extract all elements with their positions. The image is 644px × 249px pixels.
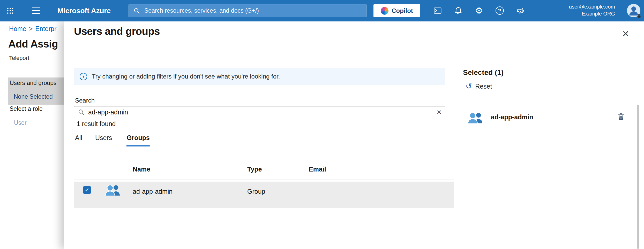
cloud-shell-button[interactable] [431,4,444,17]
trash-icon [617,112,625,121]
panel-title: Users and groups [74,26,160,37]
scrollbar-thumb[interactable] [637,105,639,249]
bell-icon [454,6,462,15]
copilot-label: Copilot [392,7,413,14]
info-banner: i Try changing or adding filters if you … [74,68,445,85]
selected-item-name: ad-app-admin [491,113,533,121]
account-org: Example ORG [569,10,615,17]
copilot-button[interactable]: Copilot [373,4,420,17]
page-subtitle: Teleport [9,55,29,61]
page-title: Add Assig [8,38,58,50]
breadcrumb: Home>Enterpr [9,25,56,33]
waffle-icon [7,7,14,14]
app-launcher-button[interactable] [4,4,17,17]
menu-button[interactable] [29,4,43,17]
panel-search[interactable]: × [74,106,445,118]
column-header-type: Type [247,166,262,173]
role-value-link[interactable]: User [14,119,27,126]
search-icon [78,109,85,115]
group-icon [468,111,484,124]
check-icon: ✓ [85,187,89,193]
gear-icon: ⚙ [475,6,483,15]
lock-icon [637,13,641,18]
breadcrumb-current-link[interactable]: Enterpr [35,25,56,32]
row-name: ad-app-admin [133,188,173,195]
azure-portal: Microsoft Azure Copilot [0,0,644,249]
column-header-name: Name [133,166,150,173]
users-groups-panel: Users and groups × i Try changing or add… [64,21,644,249]
select-role-label: Select a role [10,105,43,112]
clear-icon: × [437,107,441,117]
selected-count-title: Selected (1) [463,68,504,77]
info-banner-text: Try changing or adding filters if you do… [92,73,280,80]
info-icon: i [80,73,87,80]
tab-users[interactable]: Users [95,134,112,142]
help-button[interactable]: ? [493,4,506,17]
notifications-button[interactable] [452,4,465,17]
account-info: user@example.com Example ORG [569,3,615,17]
megaphone-icon [516,6,525,15]
users-groups-field: Users and groups None Selected [8,77,64,105]
account-email: user@example.com [569,3,615,10]
vertical-divider [454,53,454,249]
panel-search-input[interactable] [88,108,433,116]
settings-button[interactable]: ⚙ [473,4,485,17]
search-icon [133,7,140,14]
terminal-icon [433,6,442,15]
copilot-icon [381,7,388,15]
active-tab-indicator [126,145,150,146]
selected-divider-bottom [463,133,636,133]
breadcrumb-home-link[interactable]: Home [9,25,26,32]
search-label: Search [75,97,95,104]
users-groups-label: Users and groups [10,80,57,87]
result-count: 1 result found [77,120,116,128]
row-checkbox[interactable]: ✓ [83,186,91,194]
tab-all[interactable]: All [75,134,82,142]
reset-label: Reset [475,83,492,90]
selected-divider-top [463,106,636,106]
feedback-button[interactable] [514,4,527,17]
table-row[interactable]: ✓ ad-app-admin Group [74,182,454,208]
help-icon: ? [496,6,504,15]
breadcrumb-separator: > [29,25,33,32]
remove-selected-button[interactable] [616,112,626,122]
group-icon [105,184,121,197]
global-search[interactable] [129,4,366,17]
tab-groups[interactable]: Groups [127,134,150,142]
reset-button[interactable]: ↺ Reset [466,82,492,90]
close-button[interactable]: × [619,27,632,40]
panel-divider [74,53,454,53]
undo-icon: ↺ [466,82,472,90]
row-type: Group [247,188,265,195]
close-icon: × [622,27,629,40]
topbar-icon-group: ⚙ ? [431,4,527,17]
users-groups-value-link[interactable]: None Selected [14,93,53,100]
top-bar: Microsoft Azure Copilot [0,0,644,21]
column-header-email: Email [309,166,326,173]
global-search-input[interactable] [144,7,362,14]
table-header-divider [74,180,454,180]
clear-search-button[interactable]: × [437,108,441,116]
avatar[interactable] [627,4,640,17]
brand-title: Microsoft Azure [57,0,111,21]
hamburger-icon [32,7,40,8]
